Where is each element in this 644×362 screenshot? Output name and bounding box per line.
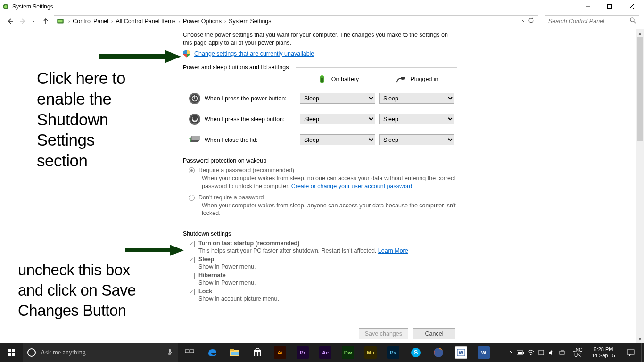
- illustrator-icon[interactable]: Ai: [269, 343, 291, 362]
- tray-icon-2[interactable]: [557, 343, 567, 362]
- shield-icon: [183, 50, 190, 58]
- svg-text:W: W: [459, 350, 464, 355]
- dreamweaver-icon[interactable]: Dw: [337, 343, 359, 362]
- row-power-label: When I press the power button:: [205, 95, 287, 102]
- store-icon[interactable]: [246, 343, 269, 362]
- dont-require-password-radio: [189, 195, 195, 201]
- bc-system-settings[interactable]: System Settings: [228, 18, 272, 25]
- up-button[interactable]: [41, 16, 51, 26]
- show-desktop-button[interactable]: [641, 343, 644, 362]
- microphone-icon[interactable]: [167, 348, 173, 357]
- sleep-label: Sleep: [198, 256, 214, 263]
- col-battery-label: On battery: [331, 76, 359, 82]
- cancel-button[interactable]: Cancel: [413, 328, 455, 339]
- clock[interactable]: 6:28 PM 14-Sep-15: [586, 343, 620, 362]
- bc-power-options[interactable]: Power Options: [182, 18, 223, 25]
- taskbar-apps: Ai Pr Ae Dw Mu Ps S W W: [178, 343, 504, 362]
- close-button[interactable]: [620, 0, 642, 13]
- svg-rect-15: [321, 78, 323, 82]
- svg-rect-31: [8, 353, 11, 356]
- svg-point-24: [190, 115, 199, 123]
- tray-battery-icon[interactable]: [516, 343, 525, 362]
- back-button[interactable]: [5, 16, 15, 26]
- learn-more-link[interactable]: Learn More: [378, 247, 408, 254]
- content-area: Choose the power settings that you want …: [0, 29, 644, 343]
- nav-bar: › Control Panel › All Control Panel Item…: [0, 13, 644, 29]
- lock-label: Lock: [198, 288, 212, 295]
- create-password-link[interactable]: Create or change your user account passw…: [291, 183, 412, 189]
- row-sleep-label: When I press the sleep button:: [205, 116, 285, 123]
- tray-icon-1[interactable]: [537, 343, 546, 362]
- search-input[interactable]: [548, 18, 630, 25]
- forward-button[interactable]: [18, 16, 28, 26]
- sleep-plugged-select[interactable]: Sleep: [379, 114, 454, 124]
- notification-icon[interactable]: [620, 343, 641, 362]
- scroll-up-arrow[interactable]: ▲: [636, 29, 644, 37]
- edge-icon[interactable]: [201, 343, 223, 362]
- refresh-button[interactable]: [528, 17, 534, 25]
- hibernate-label: Hibernate: [198, 272, 226, 279]
- vertical-scrollbar[interactable]: ▲ ▼: [636, 29, 644, 343]
- svg-rect-56: [539, 350, 544, 355]
- scroll-thumb[interactable]: [637, 37, 643, 141]
- word-icon[interactable]: W: [450, 343, 472, 362]
- minimize-button[interactable]: [577, 0, 599, 13]
- search-box[interactable]: [545, 15, 639, 27]
- firefox-icon[interactable]: [427, 343, 450, 362]
- window-title: System Settings: [12, 3, 53, 10]
- sleep-button-icon: [188, 112, 202, 126]
- breadcrumb-dropdown[interactable]: [522, 18, 526, 25]
- lock-checkbox: [189, 289, 195, 295]
- recent-dropdown[interactable]: [31, 16, 38, 26]
- svg-rect-36: [185, 350, 189, 353]
- photoshop-icon[interactable]: Ps: [382, 343, 405, 362]
- bc-control-panel[interactable]: Control Panel: [72, 18, 109, 25]
- tray-chevron-icon[interactable]: [505, 343, 515, 362]
- sleep-battery-select[interactable]: Sleep: [300, 114, 375, 124]
- search-icon: [630, 17, 636, 25]
- tray-wifi-icon[interactable]: [526, 343, 536, 362]
- save-changes-button[interactable]: Save changes: [359, 328, 408, 339]
- change-settings-link[interactable]: Change settings that are currently unava…: [194, 50, 314, 57]
- lid-icon: [188, 133, 202, 147]
- svg-rect-14: [321, 75, 323, 76]
- task-view-icon[interactable]: [178, 343, 201, 362]
- tray-volume-icon[interactable]: [547, 343, 556, 362]
- sleep-desc: Show in Power menu.: [198, 263, 457, 270]
- bc-all-items[interactable]: All Control Panel Items: [115, 18, 176, 25]
- col-plugged-label: Plugged in: [410, 76, 438, 82]
- svg-rect-32: [12, 353, 15, 356]
- skype-icon[interactable]: S: [405, 343, 427, 362]
- control-panel-icon: [56, 17, 65, 25]
- title-bar: System Settings: [0, 0, 644, 13]
- require-password-label: Require a password (recommended): [198, 167, 457, 173]
- file-explorer-icon[interactable]: [223, 343, 246, 362]
- start-button[interactable]: [0, 343, 23, 362]
- cortana-placeholder: Ask me anything: [41, 349, 162, 356]
- breadcrumb[interactable]: › Control Panel › All Control Panel Item…: [54, 15, 538, 27]
- power-plugged-select[interactable]: Sleep: [379, 93, 454, 104]
- scroll-down-arrow[interactable]: ▼: [636, 335, 644, 343]
- language-indicator[interactable]: ENGUK: [569, 343, 586, 362]
- lid-battery-select[interactable]: Sleep: [300, 134, 375, 145]
- change-settings-row: Change settings that are currently unava…: [183, 50, 457, 58]
- chevron-right-icon: ›: [223, 19, 227, 24]
- battery-icon: [316, 74, 328, 85]
- aftereffects-icon[interactable]: Ae: [314, 343, 337, 362]
- dont-require-label: Don't require a password: [198, 194, 457, 201]
- power-battery-select[interactable]: Sleep: [300, 93, 375, 104]
- maximize-button[interactable]: [599, 0, 620, 13]
- word-active-icon[interactable]: W: [472, 343, 495, 362]
- svg-rect-41: [231, 352, 239, 355]
- fast-startup-checkbox: [189, 241, 195, 247]
- sleep-checkbox: [189, 257, 195, 263]
- cortana-search[interactable]: Ask me anything: [23, 343, 178, 362]
- svg-point-16: [401, 77, 405, 80]
- lid-plugged-select[interactable]: Sleep: [379, 134, 454, 145]
- plug-icon: [395, 74, 406, 85]
- svg-line-12: [634, 21, 636, 23]
- intro-text: Choose the power settings that you want …: [183, 31, 457, 47]
- section-password: Password protection on wakeup: [183, 157, 457, 164]
- premiere-icon[interactable]: Pr: [291, 343, 314, 362]
- muse-icon[interactable]: Mu: [359, 343, 382, 362]
